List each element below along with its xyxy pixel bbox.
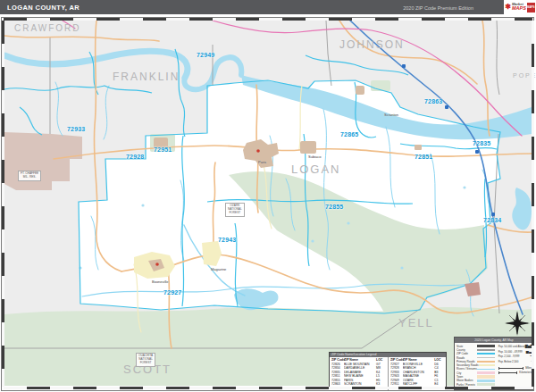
map-product-page: { "title_bar": { "title": "LOGAN COUNTY,… <box>0 0 536 392</box>
population-city-icon: ▇▅▇ <box>525 345 533 348</box>
zip-code-table: ZIP Code Name/Location Legend ZIP CodeZI… <box>329 352 447 389</box>
legend-item-sample <box>477 349 495 351</box>
zip-table-cell: 72865 <box>331 387 344 391</box>
county-seat-dot-paris <box>256 149 260 153</box>
zip-table-cell: RATCLIFF <box>403 382 434 387</box>
page-title: LOGAN COUNTY, AR <box>7 4 80 12</box>
legend-item-sample <box>477 371 495 375</box>
zip-table-row: 72865SUBIACOJ4 <box>331 387 386 391</box>
legend-item: Parks / Forests <box>456 382 495 386</box>
map-canvas <box>4 21 532 386</box>
ruler-right <box>532 21 534 387</box>
zip-table-cell: J4 <box>376 387 386 391</box>
legend-item-sample <box>479 364 495 366</box>
brand-logo: ✱ Market MAPS MAPS <box>504 0 536 14</box>
scale-row: Kilometers <box>498 371 532 375</box>
zip-table-cell: E4 <box>434 382 444 387</box>
edition-label: 2020 ZIP Code Premium Edition <box>403 5 473 11</box>
legend-population-row: Pop. 2,500 - 9,999▪ <box>498 354 532 360</box>
logo-badge: MAPS <box>527 3 535 13</box>
legend-item-sample <box>477 361 495 363</box>
legend-scale-bars: MilesKilometers <box>498 366 532 375</box>
map-art <box>4 21 532 386</box>
zip-table-cell: SUBIACO <box>344 387 376 391</box>
title-bar: LOGAN COUNTY, AR 2020 ZIP Code Premium E… <box>0 0 504 14</box>
zip-table-body: ZIP CodeZIP NameLOC72826BLUE MOUNTAING77… <box>330 357 446 391</box>
legend-population-rows: Pop. 50,000 and Above▇▅▇Pop. 10,000 - 49… <box>498 345 532 364</box>
population-city-icon: · <box>531 360 532 363</box>
legend-population-column: Pop. 50,000 and Above▇▅▇Pop. 10,000 - 49… <box>497 343 533 389</box>
scale-bar <box>498 367 524 370</box>
zip-table-row: 72951RATCLIFFE4 <box>390 382 444 387</box>
population-label: Pop. 10,000 - 49,999 <box>498 350 526 354</box>
legend-population-row: Pop. 10,000 - 49,999▅▃ <box>498 349 532 354</box>
legend-item-sample <box>477 345 495 347</box>
compass-rose-icon <box>503 309 532 338</box>
legend-item-sample <box>477 379 495 383</box>
zip-table-right-column: ZIP CodeZIP NameLOC72927BOONEVILLED67292… <box>388 357 446 391</box>
legend-item-sample <box>477 353 495 354</box>
legend-item-sample <box>477 369 495 370</box>
map-legend: 2020 Logan County, AR Map StateCountyZIP… <box>454 337 534 390</box>
legend-item-label: Parks / Forests <box>456 383 477 387</box>
legend-population-row: Pop. Below 2,500· <box>498 359 532 364</box>
logo-text: Market MAPS <box>512 3 526 12</box>
zip-table-left-column: ZIP CodeZIP NameLOC72826BLUE MOUNTAING77… <box>330 357 388 391</box>
legend-body: StateCountyZIP CodeRoadsPrimary RoadsSec… <box>455 343 533 389</box>
legend-items: StateCountyZIP CodeRoadsPrimary RoadsSec… <box>455 343 497 389</box>
scale-bar <box>498 371 518 374</box>
legend-item-sample <box>477 383 495 387</box>
county-seat-dot-booneville <box>155 263 159 266</box>
population-label: Pop. 2,500 - 9,999 <box>498 354 531 358</box>
logo-brand-bottom: MAPS <box>512 6 526 12</box>
population-label: Pop. Below 2,500 <box>498 360 531 363</box>
legend-item-sample <box>477 375 495 379</box>
scale-label: Kilometers <box>519 371 532 374</box>
population-city-icon: ▪ <box>531 354 532 358</box>
population-label: Pop. 50,000 and Above <box>498 345 525 348</box>
zip-table-cell: 72951 <box>390 382 403 387</box>
legend-item-sample <box>477 357 495 358</box>
scale-label: Miles <box>525 366 532 370</box>
logo-star-icon: ✱ <box>505 4 511 11</box>
population-city-icon: ▅▃ <box>526 350 532 354</box>
